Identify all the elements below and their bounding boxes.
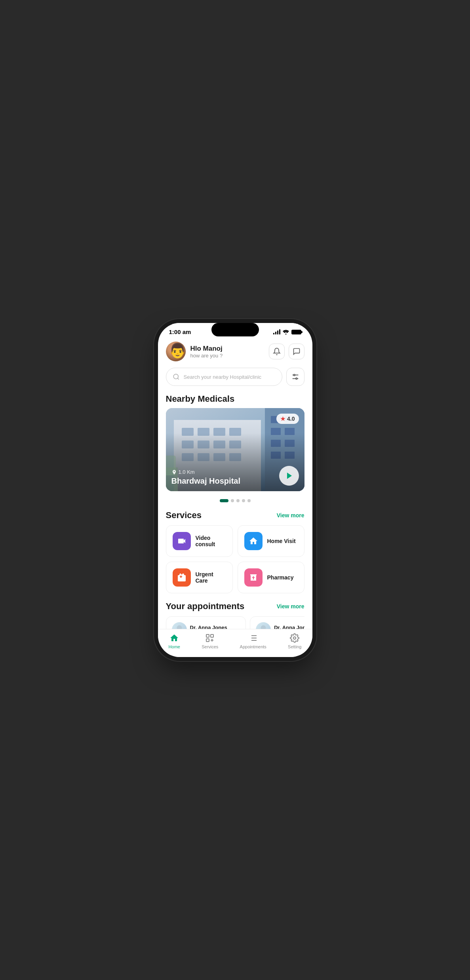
settings-nav-icon xyxy=(290,633,299,643)
hospital-card[interactable]: ★ 4.0 1.0 Km Bhardwaj Hospital xyxy=(166,408,304,491)
nearby-medicals-title: Nearby Medicals xyxy=(166,394,235,404)
filter-button[interactable] xyxy=(286,368,304,386)
notification-button[interactable] xyxy=(269,344,285,359)
nav-setting-label: Setting xyxy=(288,644,301,649)
svg-rect-51 xyxy=(206,639,209,642)
avatar xyxy=(166,342,186,361)
message-icon xyxy=(293,348,301,355)
home-nav-icon xyxy=(169,633,179,643)
urgent-care-label: Urgent Care xyxy=(196,571,226,584)
video-icon xyxy=(177,536,186,546)
wifi-icon xyxy=(283,330,289,334)
rating-badge: ★ 4.0 xyxy=(276,414,299,424)
rating-value: 4.0 xyxy=(287,416,295,422)
appointments-header: Your appointments View more xyxy=(158,600,312,616)
message-button[interactable] xyxy=(289,344,304,359)
svg-point-3 xyxy=(293,374,295,376)
hospital-info: 1.0 Km Bhardwaj Hospital xyxy=(171,469,240,486)
dynamic-island xyxy=(211,323,259,336)
svg-rect-50 xyxy=(211,634,213,637)
medkit-icon xyxy=(177,573,186,582)
svg-point-1 xyxy=(173,374,178,379)
svg-point-60 xyxy=(293,637,296,639)
star-icon: ★ xyxy=(280,416,285,422)
service-card-pharmacy[interactable]: Pharmacy xyxy=(238,562,304,593)
nav-services-label: Services xyxy=(202,644,218,649)
hospital-next-button[interactable] xyxy=(279,466,299,486)
appointments-nav-icon xyxy=(248,633,258,643)
video-consult-icon xyxy=(173,532,191,550)
location-row: 1.0 Km xyxy=(171,469,240,475)
home-visit-icon xyxy=(244,532,263,550)
battery-icon xyxy=(291,330,301,334)
hospital-distance: 1.0 Km xyxy=(179,469,195,475)
services-grid: Video consult Home Visit Urgent Care xyxy=(158,525,312,600)
services-title: Services xyxy=(166,510,202,520)
services-nav-icon xyxy=(205,633,215,643)
home-icon xyxy=(249,536,258,546)
header-text: Hlo Manoj how are you ? xyxy=(190,345,223,359)
status-icons xyxy=(273,329,301,334)
search-bar[interactable]: Search your nearby Hospital/clinic xyxy=(166,368,282,386)
search-icon xyxy=(173,373,180,380)
svg-point-6 xyxy=(295,378,297,380)
bottom-nav: Home Services Appointments xyxy=(158,629,312,657)
svg-rect-49 xyxy=(206,634,209,637)
dot-1[interactable] xyxy=(220,499,228,502)
greeting-text: how are you ? xyxy=(190,353,223,359)
dot-2[interactable] xyxy=(231,499,234,502)
service-card-home-visit[interactable]: Home Visit xyxy=(238,525,304,557)
video-consult-label: Video consult xyxy=(196,535,226,547)
appointments-title: Your appointments xyxy=(166,601,245,612)
header-actions xyxy=(269,344,304,359)
status-bar: 1:00 am xyxy=(158,323,312,338)
appointments-view-more[interactable]: View more xyxy=(277,603,304,610)
search-placeholder: Search your nearby Hospital/clinic xyxy=(184,374,262,380)
nav-setting[interactable]: Setting xyxy=(288,633,301,649)
carousel-dots xyxy=(158,496,312,509)
dot-3[interactable] xyxy=(236,499,240,502)
location-icon xyxy=(171,469,177,475)
service-card-video-consult[interactable]: Video consult xyxy=(166,525,233,557)
status-time: 1:00 am xyxy=(169,329,191,335)
urgent-care-icon xyxy=(173,568,191,587)
svg-line-2 xyxy=(177,378,179,379)
nav-appointments-label: Appointments xyxy=(240,644,266,649)
pharmacy-label: Pharmacy xyxy=(267,574,294,581)
nearby-medicals-header: Nearby Medicals xyxy=(158,392,312,408)
pharmacy-icon xyxy=(244,568,263,587)
hospital-name: Bhardwaj Hospital xyxy=(171,477,240,486)
service-card-urgent-care[interactable]: Urgent Care xyxy=(166,562,233,593)
svg-point-0 xyxy=(285,333,286,334)
home-visit-label: Home Visit xyxy=(267,538,296,544)
nav-services[interactable]: Services xyxy=(202,633,218,649)
search-row: Search your nearby Hospital/clinic xyxy=(158,368,312,392)
chevron-right-icon xyxy=(287,473,292,479)
header: Hlo Manoj how are you ? xyxy=(158,338,312,368)
filter-icon xyxy=(291,372,300,381)
header-left: Hlo Manoj how are you ? xyxy=(166,342,223,361)
phone-frame: 1:00 am Hlo Manoj how are you ? xyxy=(158,323,312,657)
nav-appointments[interactable]: Appointments xyxy=(240,633,266,649)
nav-home[interactable]: Home xyxy=(169,633,180,649)
dot-5[interactable] xyxy=(247,499,251,502)
bell-icon xyxy=(273,348,281,355)
signal-bars-icon xyxy=(273,329,280,334)
services-header: Services View more xyxy=(158,509,312,525)
dot-4[interactable] xyxy=(242,499,245,502)
services-view-more[interactable]: View more xyxy=(277,512,304,518)
user-name: Hlo Manoj xyxy=(190,345,223,353)
store-icon xyxy=(249,573,258,582)
nav-home-label: Home xyxy=(169,644,180,649)
